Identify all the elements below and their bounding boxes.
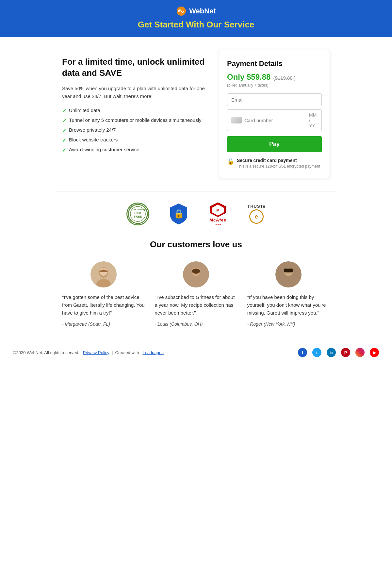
testimonials-title: Our customers love us: [62, 239, 330, 250]
footer-left: ©2020 WebNet. All rights reserved. Priva…: [13, 350, 164, 355]
avatar-svg-1: [90, 261, 117, 287]
feature-text: Block website trackers: [69, 137, 118, 142]
instagram-link[interactable]: I: [355, 348, 365, 357]
avatar-svg-3: [275, 261, 302, 287]
secure-note: This is a secure 128-bit SSL encrypted p…: [237, 164, 320, 169]
divider: [56, 191, 336, 191]
list-item: ✔ Award-winning customer service: [62, 147, 209, 153]
testimonials-section: Our customers love us "I've gotten some …: [56, 239, 336, 327]
testimonial-item: "I've subscribed to Gritness for about a…: [155, 261, 237, 327]
linkedin-link[interactable]: in: [327, 348, 336, 357]
feature-text: Award-winning customer service: [69, 147, 139, 152]
copyright-text: ©2020 WebNet. All rights reserved.: [13, 350, 79, 355]
svg-text:GUARANTEED: GUARANTEED: [130, 208, 146, 211]
payment-title: Payment Details: [227, 59, 322, 68]
secure-row: 🔒 Secure credit card payment This is a s…: [227, 157, 322, 169]
svg-text:FREE: FREE: [134, 215, 142, 218]
avatar: [90, 261, 117, 287]
svg-text:RISK: RISK: [134, 211, 141, 215]
testimonial-author: - Roger (New York, NY): [247, 321, 295, 327]
billing-note: (billed annually + taxes): [227, 83, 322, 88]
pinterest-link[interactable]: P: [341, 348, 350, 357]
facebook-link[interactable]: f: [298, 348, 307, 357]
linkedin-icon: in: [330, 351, 333, 354]
list-item: ✔ Tunnel on any 5 computers or mobile de…: [62, 117, 209, 124]
avatar: [275, 261, 302, 287]
email-field[interactable]: [227, 93, 322, 106]
price-original: ($119.88 ): [273, 75, 295, 81]
brand-name: WebNet: [189, 7, 216, 15]
secure-text: Secure credit card payment This is a sec…: [237, 157, 320, 169]
page-header: WebNet Get Started With Our Service: [0, 0, 392, 37]
svg-text:🔒: 🔒: [173, 208, 184, 219]
card-number-field[interactable]: [244, 118, 306, 123]
check-icon: ✔: [62, 147, 66, 153]
truste-e: e: [255, 213, 258, 220]
testimonial-item: "I've gotten some of the best advice fro…: [62, 261, 145, 327]
page-title: Get Started With Our Service: [7, 20, 385, 30]
avatar-svg-2: [183, 261, 209, 287]
testimonial-author: - Louis (Columbus, OH): [155, 321, 203, 327]
mcafee-svg: M: [208, 201, 228, 218]
testimonial-text: "I've subscribed to Gritness for about a…: [155, 293, 237, 317]
risk-free-circle: GUARANTEED RISK FREE: [126, 203, 149, 225]
check-icon: ✔: [62, 137, 66, 143]
testimonials-grid: "I've gotten some of the best advice fro…: [62, 261, 330, 327]
feature-text: Unlimited data: [69, 107, 100, 113]
secure-label: Secure credit card payment: [237, 158, 297, 163]
card-row: MM / YY: [227, 109, 322, 131]
risk-free-svg: GUARANTEED RISK FREE: [127, 204, 148, 224]
check-icon: ✔: [62, 108, 66, 114]
youtube-icon: ▶: [373, 350, 376, 355]
avatar: [183, 261, 209, 287]
offer-headline: For a limited time, unlock unlimited dat…: [62, 57, 209, 79]
testimonial-text: "I've gotten some of the best advice fro…: [62, 293, 145, 317]
shield-badge: 🔒: [169, 203, 188, 225]
testimonial-item: "If you have been doing this by yourself…: [247, 261, 330, 327]
feature-text: Browse privately 24/7: [69, 127, 116, 133]
svg-rect-21: [284, 269, 293, 272]
created-with-text: Created with: [115, 350, 139, 355]
main-content: For a limited time, unlock unlimited dat…: [56, 50, 336, 178]
truste-badge: TRUSTe e: [247, 204, 266, 224]
testimonial-text: "If you have been doing this by yourself…: [247, 293, 330, 317]
testimonial-author: - Margarette (Sparr, FL): [62, 321, 110, 327]
list-item: ✔ Unlimited data: [62, 107, 209, 114]
card-expiry: MM / YY: [309, 112, 318, 128]
check-icon: ✔: [62, 127, 66, 134]
facebook-icon: f: [302, 350, 303, 355]
twitter-link[interactable]: t: [312, 348, 321, 357]
footer-social: f t in P I ▶: [298, 348, 379, 357]
price-row: Only $59.88 ($119.88 ): [227, 73, 322, 82]
shield-svg: 🔒: [169, 203, 188, 225]
leadpages-link[interactable]: Leadpages: [142, 350, 163, 355]
brand: WebNet: [7, 6, 385, 16]
risk-free-badge: GUARANTEED RISK FREE: [126, 203, 149, 225]
offer-subtitle: Save 50% when you upgrade to a plan with…: [62, 85, 209, 100]
feature-list: ✔ Unlimited data ✔ Tunnel on any 5 compu…: [62, 107, 209, 153]
webnet-logo: [176, 6, 187, 16]
lock-icon: 🔒: [227, 158, 234, 165]
svg-point-1: [178, 10, 180, 12]
price-main: Only $59.88: [227, 73, 270, 82]
youtube-link[interactable]: ▶: [370, 348, 379, 357]
mcafee-tilde: ~~~: [215, 222, 221, 226]
feature-text: Tunnel on any 5 computers or mobile devi…: [69, 117, 201, 123]
svg-text:M: M: [217, 208, 220, 212]
trust-section: GUARANTEED RISK FREE 🔒 M McAfee ~~~ TRUS…: [56, 201, 336, 226]
mcafee-badge: M McAfee ~~~: [208, 201, 228, 226]
list-item: ✔ Block website trackers: [62, 137, 209, 143]
card-icon: [231, 117, 242, 123]
list-item: ✔ Browse privately 24/7: [62, 127, 209, 134]
payment-panel: Payment Details Only $59.88 ($119.88 ) (…: [219, 50, 330, 178]
truste-text: TRUSTe: [247, 204, 266, 209]
check-icon: ✔: [62, 118, 66, 124]
truste-circle: e: [249, 209, 264, 224]
offer-panel: For a limited time, unlock unlimited dat…: [62, 50, 209, 160]
mcafee-text: McAfee: [209, 218, 226, 222]
twitter-icon: t: [316, 350, 318, 355]
footer: ©2020 WebNet. All rights reserved. Priva…: [0, 340, 392, 365]
privacy-policy-link[interactable]: Privacy Policy: [83, 350, 109, 355]
pinterest-icon: P: [344, 350, 347, 355]
pay-button[interactable]: Pay: [227, 136, 322, 152]
